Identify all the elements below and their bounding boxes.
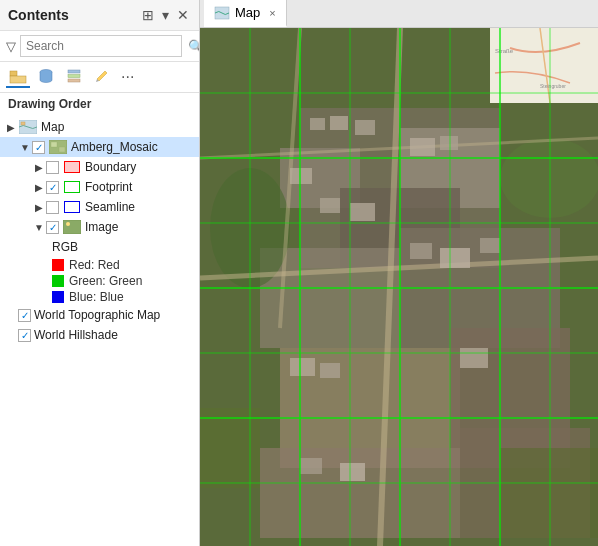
- svg-rect-33: [310, 118, 325, 130]
- more-options-icon[interactable]: ···: [118, 68, 137, 86]
- layer-label-world-hillshade: World Hillshade: [34, 328, 118, 342]
- map-panel: Map ×: [200, 0, 598, 546]
- pin-icon[interactable]: ⊞: [140, 6, 156, 24]
- rgb-red-dot: [52, 259, 64, 271]
- amberg-layer-icon: [48, 140, 68, 154]
- svg-rect-46: [460, 348, 488, 368]
- rgb-green-row: Green: Green: [0, 273, 199, 289]
- filter-icon: ▽: [6, 39, 16, 54]
- map-layer-icon: [18, 120, 38, 134]
- search-button[interactable]: 🔍: [186, 39, 200, 54]
- checkbox-world-topo[interactable]: [18, 309, 31, 322]
- svg-rect-40: [350, 203, 375, 221]
- contents-panel: Contents ⊞ ▾ ✕ ▽ 🔍 ▾: [0, 0, 200, 546]
- map-tab-bar: Map ×: [200, 0, 598, 28]
- rgb-blue-row: Blue: Blue: [0, 289, 199, 305]
- checkbox-seamline[interactable]: [46, 201, 59, 214]
- svg-rect-44: [290, 358, 315, 376]
- svg-rect-1: [10, 76, 26, 83]
- sidebar-header-icons: ⊞ ▾ ✕: [140, 6, 191, 24]
- footprint-swatch: [62, 180, 82, 194]
- svg-rect-39: [320, 198, 340, 213]
- layer-label-image: Image: [85, 220, 118, 234]
- map-tab-label: Map: [235, 5, 260, 20]
- svg-rect-28: [500, 448, 598, 538]
- checkbox-image[interactable]: [46, 221, 59, 234]
- svg-point-12: [66, 222, 70, 226]
- layer-item-seamline[interactable]: ▶ Seamline: [0, 197, 199, 217]
- svg-rect-0: [10, 71, 17, 76]
- svg-rect-3: [68, 70, 80, 73]
- svg-rect-7: [21, 122, 25, 125]
- sidebar-header: Contents ⊞ ▾ ✕: [0, 0, 199, 31]
- layer-item-map[interactable]: ▶ Map: [0, 117, 199, 137]
- svg-rect-35: [355, 120, 375, 135]
- svg-rect-48: [340, 463, 365, 481]
- layer-label-footprint: Footprint: [85, 180, 132, 194]
- expand-map-icon[interactable]: ▶: [4, 120, 18, 134]
- svg-rect-34: [330, 116, 348, 130]
- search-bar: ▽ 🔍 ▾: [0, 31, 199, 62]
- rgb-green-label: Green: Green: [69, 274, 142, 288]
- layer-item-world-hillshade[interactable]: World Hillshade: [0, 325, 199, 345]
- map-tab[interactable]: Map ×: [204, 0, 287, 27]
- svg-rect-42: [440, 248, 470, 268]
- checkbox-footprint[interactable]: [46, 181, 59, 194]
- toolbar-row: ···: [0, 62, 199, 93]
- map-canvas[interactable]: Straße Steingruber: [200, 28, 598, 546]
- layer-label-amberg: Amberg_Mosaic: [71, 140, 158, 154]
- layer-item-boundary[interactable]: ▶ Boundary: [0, 157, 199, 177]
- layer-tree: ▶ Map ▼ Amberg_Mosaic ▶: [0, 113, 199, 546]
- svg-text:Steingruber: Steingruber: [540, 83, 566, 89]
- rgb-section: RGB: [0, 237, 199, 257]
- layer-toolbar-btn[interactable]: [62, 66, 86, 88]
- map-imagery: Straße Steingruber: [200, 28, 598, 546]
- svg-rect-4: [68, 75, 80, 78]
- expand-image-icon[interactable]: ▼: [32, 220, 46, 234]
- svg-rect-23: [260, 448, 460, 538]
- svg-rect-43: [480, 238, 500, 253]
- close-icon[interactable]: ✕: [175, 6, 191, 24]
- rgb-red-label: Red: Red: [69, 258, 120, 272]
- svg-rect-27: [200, 408, 260, 488]
- folder-toolbar-btn[interactable]: [6, 66, 30, 88]
- rgb-green-dot: [52, 275, 64, 287]
- expand-footprint-icon[interactable]: ▶: [32, 180, 46, 194]
- expand-boundary-icon[interactable]: ▶: [32, 160, 46, 174]
- layer-item-world-topo[interactable]: World Topographic Map: [0, 305, 199, 325]
- seamline-swatch: [62, 200, 82, 214]
- database-toolbar-btn[interactable]: [34, 66, 58, 88]
- svg-point-26: [500, 138, 598, 218]
- search-input[interactable]: [20, 35, 182, 57]
- svg-text:Straße: Straße: [495, 48, 514, 54]
- svg-rect-45: [320, 363, 340, 378]
- layer-label-map: Map: [41, 120, 64, 134]
- auto-hide-icon[interactable]: ▾: [160, 6, 171, 24]
- checkbox-world-hillshade[interactable]: [18, 329, 31, 342]
- layer-label-seamline: Seamline: [85, 200, 135, 214]
- boundary-swatch: [62, 160, 82, 174]
- pencil-toolbar-btn[interactable]: [90, 66, 114, 88]
- rgb-blue-label: Blue: Blue: [69, 290, 124, 304]
- layer-item-amberg[interactable]: ▼ Amberg_Mosaic: [0, 137, 199, 157]
- svg-rect-36: [410, 138, 435, 156]
- expand-amberg-icon[interactable]: ▼: [18, 140, 32, 154]
- map-tab-close[interactable]: ×: [269, 7, 275, 19]
- drawing-order-label: Drawing Order: [0, 93, 199, 113]
- layer-item-image[interactable]: ▼ Image: [0, 217, 199, 237]
- svg-rect-41: [410, 243, 432, 259]
- svg-rect-10: [59, 147, 65, 152]
- checkbox-amberg[interactable]: [32, 141, 45, 154]
- rgb-red-row: Red: Red: [0, 257, 199, 273]
- checkbox-boundary[interactable]: [46, 161, 59, 174]
- svg-rect-37: [440, 136, 458, 150]
- layer-item-footprint[interactable]: ▶ Footprint: [0, 177, 199, 197]
- rgb-blue-dot: [52, 291, 64, 303]
- image-layer-icon: [62, 220, 82, 234]
- expand-seamline-icon[interactable]: ▶: [32, 200, 46, 214]
- svg-rect-9: [51, 142, 57, 147]
- svg-rect-11: [63, 220, 81, 234]
- svg-rect-38: [290, 168, 312, 184]
- sidebar-title: Contents: [8, 7, 69, 23]
- map-tab-icon: [214, 5, 230, 21]
